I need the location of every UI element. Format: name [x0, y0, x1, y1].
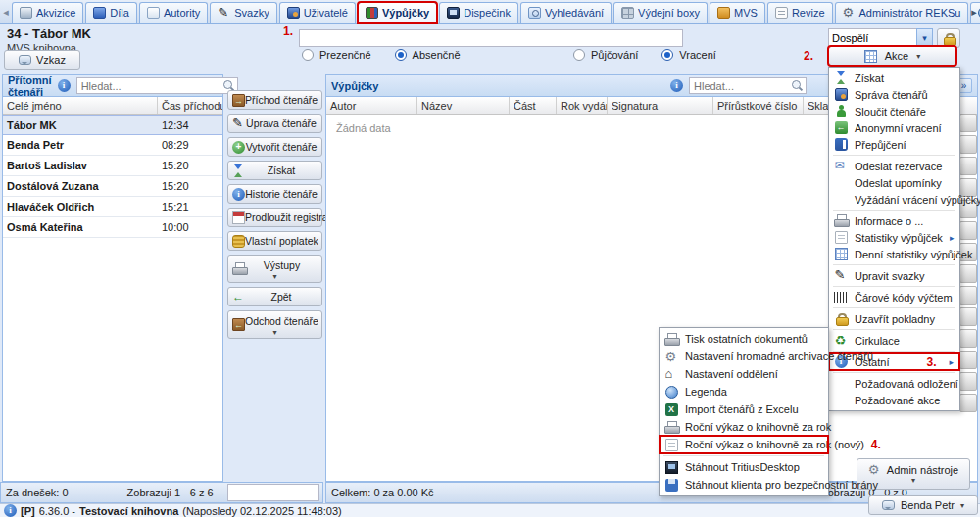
menu-item-ziskat[interactable]: Získat — [829, 70, 959, 86]
tab-scroll-right-icon[interactable]: ▸ — [969, 6, 979, 19]
radio-pujcovani[interactable] — [573, 49, 585, 61]
vlastni-poplatek-button[interactable]: Vlastní poplatek — [227, 231, 322, 251]
submenu-item-rocni-vykaz-novy[interactable]: Roční výkaz o knihovně za rok (nový)4. — [660, 436, 828, 453]
status-info-icon[interactable] — [4, 504, 17, 517]
tritius-app-window: ◂ Akvizice Díla Autority Svazky Uživatel… — [0, 0, 980, 517]
tab-revize[interactable]: Revize — [767, 2, 833, 23]
info-icon[interactable] — [670, 79, 683, 92]
tab-label: Akvizice — [36, 7, 75, 19]
reader-row[interactable]: Dostálová Zuzana15:20 — [3, 176, 222, 197]
akce-button[interactable]: Akce ▾ — [828, 46, 956, 66]
vystupy-button[interactable]: Výstupy▾ — [227, 255, 322, 283]
tab-akvizice[interactable]: Akvizice — [12, 2, 83, 23]
tab-scroll-left-icon[interactable]: ◂ — [1, 6, 11, 19]
menu-item-upravit-svazky[interactable]: Upravit svazky — [829, 267, 959, 284]
strip-item[interactable] — [959, 264, 977, 283]
submenu-item-legenda[interactable]: Legenda — [660, 383, 828, 400]
menu-item-carove-kody[interactable]: Čárové kódy výčtem — [829, 289, 959, 306]
library-title: 34 - Tábor MK — [7, 26, 91, 41]
submenu-item-stahnout-tritiusdesktop[interactable]: Stáhnout TritiusDesktop — [660, 458, 828, 476]
reader-row[interactable]: Benda Petr08:29 — [3, 135, 222, 156]
strip-item[interactable] — [959, 307, 977, 326]
submenu-item-stahnout-klienta[interactable]: Stáhnout klienta pro bezpečnostní brány — [660, 476, 828, 494]
info-icon[interactable] — [58, 79, 71, 92]
strip-item[interactable] — [959, 329, 977, 348]
menu-item-anonymni-vraceni[interactable]: Anonymní vracení — [829, 119, 959, 136]
present-readers-search-input[interactable] — [79, 79, 222, 93]
odchod-ctenare-button[interactable]: Odchod čtenáře▾ — [227, 310, 322, 339]
menu-item-odeslat-upominky[interactable]: Odeslat upomínky — [829, 174, 959, 191]
loans-search-input[interactable] — [692, 79, 791, 93]
vzkaz-button[interactable]: Vzkaz — [4, 50, 80, 70]
strip-item[interactable] — [959, 286, 977, 305]
footer-input-box[interactable] — [227, 484, 319, 501]
ziskat-button[interactable]: Získat — [227, 161, 322, 180]
tab-svazky[interactable]: Svazky — [210, 2, 276, 23]
menu-item-cirkulace[interactable]: Cirkulace — [829, 332, 959, 349]
zpet-button[interactable]: Zpět — [227, 287, 322, 306]
vytvorit-ctenare-button[interactable]: Vytvořit čtenáře — [227, 137, 322, 157]
tab-vyhledavani[interactable]: Vyhledávání — [520, 2, 612, 23]
menu-item-informace-o[interactable]: Informace o ... — [829, 212, 959, 229]
tab-autority[interactable]: Autority — [139, 2, 208, 23]
menu-item-prepujceni[interactable]: Přepůjčení — [829, 136, 959, 153]
menu-item-label: Roční výkaz o knihovně za rok — [685, 421, 831, 433]
uprava-ctenare-button[interactable]: Úprava čtenáře — [227, 114, 322, 133]
reader-type-input[interactable] — [828, 28, 916, 47]
column-header-cast[interactable]: Část — [510, 97, 557, 114]
menu-item-pozadovana-odlozeni[interactable]: Požadovaná odložení — [829, 375, 959, 392]
tab-vypujcky[interactable]: Výpůjčky — [358, 2, 437, 23]
menu-item-vyzadani-vraceni[interactable]: Vyžádání vrácení výpůjčky — [829, 191, 959, 208]
prodlouzit-registraci-button[interactable]: Prodloužit registraci — [227, 208, 322, 227]
strip-item[interactable] — [959, 135, 977, 154]
reader-row[interactable]: Hlaváček Oldřich15:21 — [3, 197, 222, 217]
reader-row[interactable]: Osmá Kateřina10:00 — [3, 217, 222, 238]
submenu-item-hromadna-archivace[interactable]: Nastavení hromadné archivace čtenářů — [660, 348, 828, 365]
column-header-name[interactable]: Celé jméno — [3, 97, 158, 114]
combo-caret-icon[interactable]: ▾ — [916, 28, 933, 47]
column-header-time[interactable]: Čas příchodu▲ — [158, 97, 222, 114]
column-header-autor[interactable]: Autor — [326, 97, 417, 114]
column-header-prirustkove-cislo[interactable]: Přírůstkové číslo — [713, 97, 804, 114]
user-button[interactable]: Benda Petr ▾ — [868, 495, 978, 515]
reader-row[interactable]: Bartoš Ladislav15:20 — [3, 156, 222, 176]
tab-vydejni-boxy[interactable]: Výdejní boxy — [613, 2, 708, 23]
reader-row[interactable]: Tábor MK12:34 — [3, 115, 222, 135]
menu-item-statistiky-vypujcek[interactable]: Statistiky výpůjček▸ — [829, 229, 959, 246]
submenu-item-tisk-ostatnich[interactable]: Tisk ostatních dokumentů — [660, 330, 828, 348]
prichod-ctenare-button[interactable]: Příchod čtenáře — [227, 90, 322, 110]
lock-button[interactable] — [937, 28, 960, 48]
menu-item-uzavrit-pokladny[interactable]: Uzavřít pokladny — [829, 310, 959, 327]
menu-item-pozadovane-akce[interactable]: Požadované akce — [829, 392, 959, 408]
barcode-input[interactable] — [299, 29, 683, 47]
strip-item[interactable] — [959, 157, 977, 175]
strip-item[interactable] — [959, 351, 977, 369]
tab-administrator-reksu[interactable]: Administrátor REKSu — [835, 2, 969, 23]
strip-item[interactable] — [959, 114, 977, 132]
radio-vraceni[interactable] — [662, 49, 673, 61]
strip-item[interactable] — [959, 372, 977, 391]
strip-item[interactable] — [959, 394, 977, 412]
column-label: Čas příchodu — [162, 100, 222, 112]
column-header-rok-vydani[interactable]: Rok vydání — [557, 97, 608, 114]
submenu-item-nastaveni-oddeleni[interactable]: Nastavení oddělení — [660, 365, 828, 383]
menu-item-sloucit-ctenare[interactable]: Sloučit čtenáře — [829, 103, 959, 119]
radio-prezencne[interactable] — [302, 49, 314, 61]
tab-dila[interactable]: Díla — [85, 2, 137, 23]
column-header-signatura[interactable]: Signatura — [608, 97, 713, 114]
submenu-item-rocni-vykaz[interactable]: Roční výkaz o knihovně za rok — [660, 418, 828, 436]
menu-item-denni-statistiky[interactable]: Denní statistiky výpůjček — [829, 246, 959, 262]
total-amount: Celkem: 0 za 0.00 Kč — [331, 487, 434, 498]
radio-absencne[interactable] — [395, 49, 407, 61]
column-header-nazev[interactable]: Název — [417, 97, 510, 114]
tab-mvs[interactable]: MVS — [710, 2, 765, 23]
tab-uzivatele[interactable]: Uživatelé — [279, 2, 356, 23]
historie-ctenare-button[interactable]: Historie čtenáře — [227, 184, 322, 204]
search-icon[interactable] — [791, 79, 804, 92]
tab-dispecink[interactable]: Dispečink — [439, 2, 518, 23]
strip-item[interactable] — [959, 221, 977, 240]
menu-item-sprava-ctenaru[interactable]: Správa čtenářů — [829, 86, 959, 103]
submenu-item-import-excel[interactable]: Import čtenářů z Excelu — [660, 400, 828, 418]
menu-item-odeslat-rezervace[interactable]: Odeslat rezervace — [829, 158, 959, 174]
right-accordion-strip — [959, 114, 977, 412]
